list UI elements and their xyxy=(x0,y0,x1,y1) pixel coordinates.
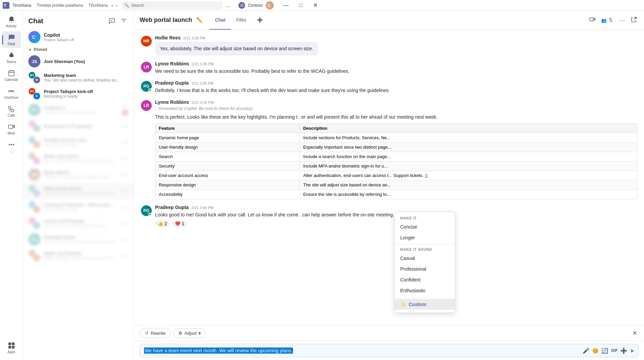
adjust-label: Adjust xyxy=(184,331,197,336)
pinned-section-label: Pinned xyxy=(34,47,47,52)
thumbs-up-reaction[interactable]: 👍 2 xyxy=(155,220,170,227)
heart-reaction[interactable]: ❤️ 1 xyxy=(172,220,187,227)
search-placeholder: Search xyxy=(131,3,144,8)
rewrite-close-button[interactable]: ✕ xyxy=(631,328,639,338)
open-in-button[interactable] xyxy=(629,15,639,26)
dropdown-divider-2 xyxy=(395,297,455,298)
sidebar-item-calendar[interactable]: Calendar xyxy=(2,67,21,84)
sidebar-item-onedrive[interactable]: OneDrive xyxy=(2,85,21,101)
sidebar-teams-label: Teams xyxy=(6,60,16,64)
onedrive-icon xyxy=(7,87,16,95)
new-chat-button[interactable] xyxy=(107,16,116,26)
sidebar-item-apps[interactable]: Apps xyxy=(2,339,21,356)
mic-button[interactable]: 🎤 xyxy=(583,348,589,354)
pradeep-time-2: 2/21 3:40 PM xyxy=(192,206,213,210)
more-options-button[interactable]: ⋯ xyxy=(618,15,626,25)
participants-button[interactable]: 👥 5 xyxy=(600,16,615,25)
adjust-dropdown-menu: Make it Concise Longer Make it sound Cas… xyxy=(394,212,455,313)
dropdown-item-enthusiastic[interactable]: Enthusiastic xyxy=(395,285,455,296)
edit-title-button[interactable]: ✏️ xyxy=(196,17,203,23)
nav-back-button[interactable]: ‹ xyxy=(112,3,113,8)
attach-button[interactable]: ➕ xyxy=(620,348,627,354)
dropdown-item-longer[interactable]: Longer xyxy=(395,232,455,243)
sidebar-item-activity[interactable]: Activity xyxy=(2,13,21,30)
message-input[interactable]: We have a team event next month. We will… xyxy=(140,344,639,357)
lynne-text-1: We need to be sure the site is accessibl… xyxy=(155,68,637,75)
phone-icon xyxy=(7,105,16,113)
titlebar-user: 36 Contoso C xyxy=(238,1,274,9)
longer-label: Longer xyxy=(400,235,415,240)
dropdown-item-casual[interactable]: Casual xyxy=(395,253,455,264)
dropdown-item-custom[interactable]: ✨ Custom xyxy=(395,299,455,310)
casual-label: Casual xyxy=(400,256,415,261)
titlebar-link-chat[interactable]: Tērzēšana xyxy=(88,3,108,8)
video-call-button[interactable] xyxy=(588,15,597,26)
titlebar-more-button[interactable]: ... xyxy=(223,2,233,9)
adjust-chevron-icon: ▾ xyxy=(199,331,201,336)
pradeep-avatar-2: PG xyxy=(141,205,152,216)
dropdown-item-concise[interactable]: Concise xyxy=(395,221,455,232)
chat-icon xyxy=(7,33,16,41)
svg-rect-6 xyxy=(9,71,14,76)
filter-button[interactable] xyxy=(119,16,128,26)
user-avatar[interactable]: C xyxy=(266,1,274,9)
chat-list-header-icons xyxy=(107,16,128,26)
pinned-collapse-arrow: ▼ xyxy=(28,48,32,52)
table-row: Security Include MFA and/or biometric si… xyxy=(155,161,637,171)
joni-name: Joni Sherman (You) xyxy=(44,59,128,64)
copilot-tagline: Project Tailspin off xyxy=(44,38,74,42)
copilot-info: Copilot Project Tailspin off xyxy=(44,32,74,42)
pradeep-header-1: Pradeep Gupta 2/21 3:35 PM xyxy=(155,80,637,86)
copilot-item[interactable]: C Copilot Project Tailspin off xyxy=(23,28,134,46)
lynne-time-2: 2/21 3:35 PM xyxy=(192,100,214,104)
chat-item-marketing[interactable]: MT M Marketing team You: We also need to… xyxy=(23,69,134,86)
svg-text:C: C xyxy=(32,34,35,40)
tab-chat[interactable]: Chat xyxy=(210,11,231,30)
emoji-button[interactable]: 😊 xyxy=(592,348,599,354)
send-button[interactable]: ➤ xyxy=(630,348,634,354)
tab-files[interactable]: Files xyxy=(231,11,252,30)
input-text-content[interactable]: We have a team event next month. We will… xyxy=(144,348,583,353)
svg-text:C: C xyxy=(268,3,271,8)
svg-rect-12 xyxy=(12,342,14,345)
hollie-name: Hollie Rees xyxy=(155,35,180,40)
gif-button[interactable]: GIF xyxy=(611,348,618,353)
sidebar-item-calls[interactable]: Calls xyxy=(2,103,21,119)
sidebar-item-chat[interactable]: Chat xyxy=(2,31,21,48)
heart-count: 1 xyxy=(182,221,184,226)
lynne-content-1: Lynne Robbins 2/21 3:35 PM We need to be… xyxy=(155,61,637,75)
table-row: Search Include a search function on the … xyxy=(155,152,637,161)
sidebar-item-more[interactable]: ... xyxy=(2,139,21,155)
make-it-sound-section-label: Make it sound xyxy=(395,246,455,253)
rewrite-button[interactable]: ↺ Rewrite xyxy=(140,328,171,338)
chat-item-tailspin[interactable]: PT K Project Tailspin kick-off Recording… xyxy=(23,86,134,102)
apps-icon xyxy=(7,341,16,350)
minimize-button[interactable]: — xyxy=(279,0,293,11)
svg-point-9 xyxy=(11,144,12,145)
table-row: Accessibility Ensure the site is accessi… xyxy=(155,190,637,199)
maximize-button[interactable]: □ xyxy=(294,0,308,11)
sidebar-item-meet[interactable]: Meet xyxy=(2,121,21,137)
titlebar-search[interactable]: 🔍 Search xyxy=(121,1,223,9)
pradeep-avatar-1: PG xyxy=(141,81,152,92)
nav-forward-button[interactable]: › xyxy=(116,3,118,8)
copilot-name: Copilot xyxy=(44,32,74,38)
tab-add[interactable]: ➕ xyxy=(252,11,268,30)
dropdown-item-confident[interactable]: Confident xyxy=(395,274,455,285)
svg-rect-11 xyxy=(8,342,11,345)
close-button[interactable]: ✕ xyxy=(309,0,322,11)
rewrite-icon: ↺ xyxy=(145,330,149,336)
loop-button[interactable]: 🔄 xyxy=(602,348,608,354)
titlebar-link-portal[interactable]: Tīmekļa portāla palaišana xyxy=(37,3,83,8)
pinned-section-header[interactable]: ▼ Pinned xyxy=(23,46,134,53)
rewrite-label: Rewrite xyxy=(151,331,166,336)
pradeep-header-2: Pradeep Gupta 2/21 3:40 PM xyxy=(155,205,637,210)
dropdown-item-professional[interactable]: Professional xyxy=(395,264,455,274)
messages-area: HR Hollie Rees 2/21 3:35 PM Yes, absolut… xyxy=(134,30,644,325)
tailspin-info: Project Tailspin kick-off Recording is r… xyxy=(44,89,128,99)
sidebar-item-teams[interactable]: Teams xyxy=(2,49,21,66)
titlebar: T Tērzēšana Tīmekļa portāla palaišana Tē… xyxy=(0,0,644,11)
tailspin-preview: Recording is ready xyxy=(44,94,128,99)
adjust-button[interactable]: ⚙ Adjust ▾ xyxy=(173,328,206,338)
chat-item-joni[interactable]: JS Joni Sherman (You) xyxy=(23,53,134,69)
